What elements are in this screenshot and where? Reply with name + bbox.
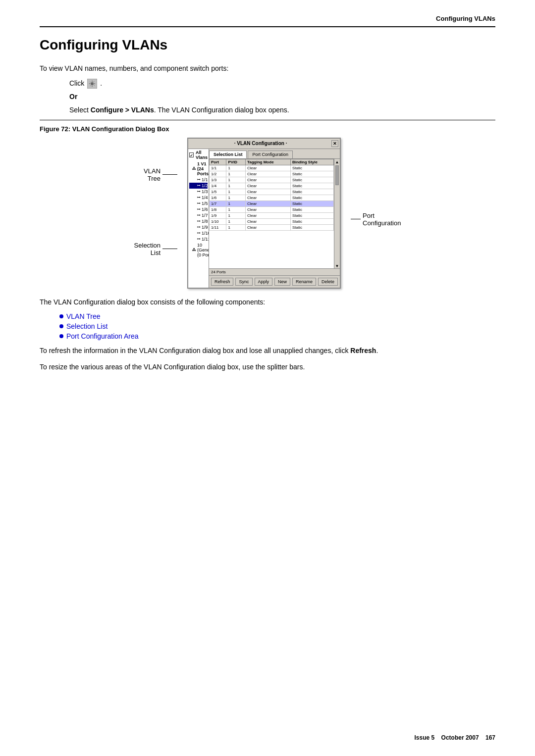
tree-checkbox[interactable] (189, 152, 194, 157)
chapter-header: Configuring VLANs (40, 15, 495, 22)
footer-month: October 2007 (441, 734, 479, 741)
selection-list-link[interactable]: Selection List (66, 322, 107, 330)
tab-port-configuration[interactable]: Port Configuration (248, 151, 293, 158)
port-icon: ↦ (197, 177, 201, 182)
bullet-dot (59, 334, 63, 338)
table-row[interactable]: 1/101ClearStatic (209, 218, 333, 224)
col-pvid: PVID (226, 159, 246, 165)
new-button[interactable]: New (274, 278, 290, 286)
or-label: Or (69, 93, 495, 101)
tree-header-label: All Vlans (196, 150, 208, 160)
figure-top-divider (40, 120, 495, 120)
tree-item[interactable]: ↦ 1/7 (189, 212, 208, 218)
vlan-tree-label-area: VLAN Tree (144, 167, 177, 182)
port-icon: ↦ (197, 225, 201, 229)
description-text: The VLAN Configuration dialog box consis… (40, 297, 495, 307)
footer-page: 167 (485, 734, 495, 741)
tree-item[interactable]: ↦ 1/6 (189, 206, 208, 212)
port-icon: ↦ (197, 231, 201, 235)
chapter-title-text: Configuring VLANs (436, 15, 495, 22)
refresh-description: To refresh the information in the VLAN C… (40, 345, 495, 356)
tree-item[interactable]: 🖧 10 (Genetics) (0 Ports) (189, 242, 208, 258)
port-config-label: Port Configuration (363, 212, 401, 227)
table-area: Port PVID Tagging Mode Binding Style 1/1… (209, 159, 340, 268)
table-scrollbar[interactable]: ▲ ▼ (334, 159, 340, 268)
tree-header: All Vlans (189, 150, 208, 160)
table-row[interactable]: 1/81ClearStatic (209, 206, 333, 212)
table-row[interactable]: 1/51ClearStatic (209, 189, 333, 195)
dialog-close-button[interactable]: ✕ (331, 140, 338, 147)
list-item-port-config: Port Configuration Area (59, 332, 495, 340)
select-bold: Configure > VLANs (91, 106, 154, 114)
port-config-label-area: Port Configuration (351, 212, 401, 227)
list-item-vlan-tree: VLAN Tree (59, 312, 495, 320)
tree-item[interactable]: ↦ 1/3 (189, 189, 208, 195)
vlan-tree-line (162, 174, 177, 175)
tree-item[interactable]: ↦ 1/10 (189, 230, 208, 236)
bullet-dot (59, 314, 63, 318)
port-icon: ↦ (197, 195, 201, 200)
tree-item[interactable]: 🖧 1 V1 (24 Ports) (189, 161, 208, 177)
figure-area: VLAN Tree Selection List · VLAN Configur… (40, 138, 495, 289)
scrollbar-thumb[interactable] (335, 165, 339, 185)
click-instruction: Click . (69, 79, 495, 89)
tree-item[interactable]: ↦ 1/9 (189, 224, 208, 230)
button-bar: Refresh Sync Apply New Rename Delete (209, 275, 340, 288)
port-icon: ↦ (197, 183, 201, 188)
port-table-container: Port PVID Tagging Mode Binding Style 1/1… (209, 159, 334, 268)
component-list: VLAN Tree Selection List Port Configurat… (59, 312, 495, 340)
dialog-body: All Vlans 🖧 1 V1 (24 Ports) ↦ 1/1 ↦ 1/2 (188, 149, 340, 288)
rename-button[interactable]: Rename (292, 278, 316, 286)
port-icon: ↦ (197, 207, 201, 211)
port-table: Port PVID Tagging Mode Binding Style 1/1… (209, 159, 334, 231)
vlan-tree-link[interactable]: VLAN Tree (66, 312, 100, 320)
table-row[interactable]: 1/111ClearStatic (209, 224, 333, 230)
top-divider (40, 26, 495, 27)
col-port: Port (209, 159, 226, 165)
select-instruction: Select Configure > VLANs. The VLAN Confi… (69, 104, 495, 115)
table-row[interactable]: 1/91ClearStatic (209, 212, 333, 218)
table-row[interactable]: 1/11ClearStatic (209, 165, 333, 171)
footer-issue: Issue 5 (415, 734, 435, 741)
table-row[interactable]: 1/41ClearStatic (209, 183, 333, 189)
tab-selection-list[interactable]: Selection List (209, 151, 247, 158)
selection-list-line (162, 249, 177, 249)
table-row[interactable]: 1/61ClearStatic (209, 195, 333, 201)
vlan-dialog: · VLAN Configuration · ✕ All Vlans 🖧 1 V… (187, 138, 341, 289)
gear-icon (87, 79, 97, 89)
page-title: Configuring VLANs (40, 37, 495, 53)
list-item-selection-list: Selection List (59, 322, 495, 330)
bullet-dot (59, 324, 63, 328)
tree-item[interactable]: ↦ 1/11 (189, 236, 208, 242)
delete-button[interactable]: Delete (318, 278, 338, 286)
status-text: 24 Ports (211, 270, 226, 274)
selection-list-label-area: Selection List (134, 242, 177, 256)
sync-button[interactable]: Sync (235, 278, 252, 286)
port-config-link[interactable]: Port Configuration Area (66, 332, 139, 340)
tree-item[interactable]: ↦ 1/5 (189, 201, 208, 206)
svg-point-1 (91, 82, 94, 85)
tree-item[interactable]: ↦ 1/8 (189, 218, 208, 224)
click-label: Click (69, 79, 84, 87)
left-labels: VLAN Tree Selection List (134, 138, 177, 256)
dialog-title: · VLAN Configuration · (190, 141, 331, 146)
footer: Issue 5 October 2007 167 (415, 734, 495, 741)
table-row[interactable]: 1/21ClearStatic (209, 171, 333, 177)
dialog-title-bar: · VLAN Configuration · ✕ (188, 139, 340, 149)
table-row[interactable]: 1/31ClearStatic (209, 177, 333, 183)
tree-item[interactable]: ↦ 1/1 (189, 177, 208, 183)
apply-button[interactable]: Apply (255, 278, 273, 286)
table-header-row: Port PVID Tagging Mode Binding Style (209, 159, 333, 165)
figure-caption: Figure 72: VLAN Configuration Dialog Box (40, 125, 495, 133)
refresh-button[interactable]: Refresh (211, 278, 234, 286)
port-icon: ↦ (197, 201, 201, 205)
status-bar: 24 Ports (209, 268, 340, 275)
vlan-right-panel: Selection List Port Configuration (209, 149, 340, 288)
tree-item[interactable]: ↦ 1/2 (189, 183, 208, 189)
right-labels: Port Configuration (351, 138, 401, 227)
table-row[interactable]: 1/71ClearStatic (209, 201, 333, 206)
refresh-bold: Refresh (350, 347, 376, 354)
tree-item[interactable]: ↦ 1/4 (189, 195, 208, 201)
col-tagging: Tagging Mode (245, 159, 290, 165)
vlan-tree-panel: All Vlans 🖧 1 V1 (24 Ports) ↦ 1/1 ↦ 1/2 (188, 149, 209, 288)
